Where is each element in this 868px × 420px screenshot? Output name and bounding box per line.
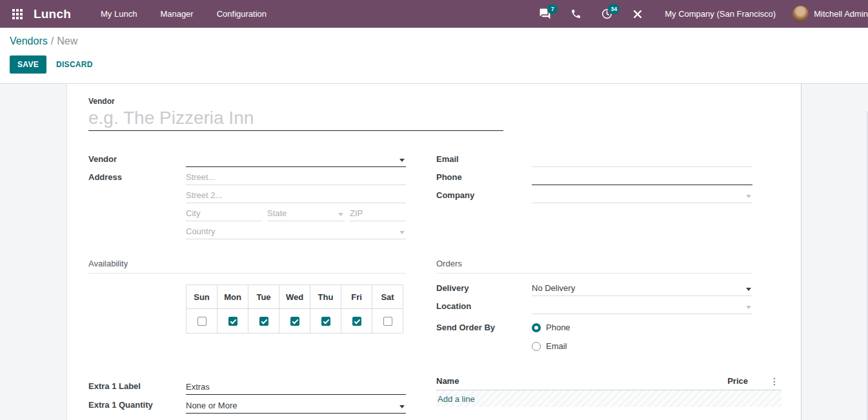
add-a-line-link[interactable]: Add a line: [436, 390, 782, 407]
app-title[interactable]: Lunch: [34, 7, 71, 21]
systray: 7 34 My Company (San Francisco) Mitchell…: [529, 0, 868, 28]
vendor-field-label: Vendor: [88, 154, 186, 167]
chevron-down-icon: [746, 288, 751, 291]
vendor-title-label: Vendor: [88, 97, 503, 106]
day-header-wed: Wed: [279, 285, 310, 309]
country-select[interactable]: Country: [186, 225, 406, 239]
wed-checkbox[interactable]: [290, 317, 299, 326]
location-field-label: Location: [436, 301, 532, 314]
products-list: Name Price ⋮ Add a line: [436, 376, 782, 407]
company-switcher[interactable]: My Company (San Francisco): [665, 9, 776, 19]
zip-input[interactable]: [350, 207, 406, 221]
chevron-down-icon: [746, 306, 751, 309]
phone-radio[interactable]: [532, 323, 541, 332]
email-input[interactable]: [532, 153, 752, 167]
day-header-fri: Fri: [341, 285, 372, 309]
messages-button[interactable]: 7: [538, 8, 551, 21]
chevron-down-icon: [399, 159, 405, 162]
chevron-down-icon: [746, 195, 751, 198]
email-radio[interactable]: [532, 342, 541, 351]
email-radio-label[interactable]: Email: [546, 341, 567, 351]
products-list-header: Name Price ⋮: [436, 376, 782, 390]
availability-section-title: Availability: [88, 259, 406, 274]
phone-radio-label[interactable]: Phone: [546, 323, 570, 332]
tue-checkbox[interactable]: [259, 317, 268, 326]
activities-button[interactable]: 34: [600, 8, 613, 21]
chevron-down-icon: [338, 213, 343, 216]
extra1-label-input[interactable]: [186, 381, 406, 395]
menu-my-lunch[interactable]: My Lunch: [89, 0, 148, 28]
apps-grid-icon: [12, 9, 23, 19]
mon-checkbox[interactable]: [228, 317, 237, 326]
delivery-field-label: Delivery: [436, 283, 532, 296]
extra1-label-field-label: Extra 1 Label: [88, 381, 186, 395]
menu-manager[interactable]: Manager: [148, 0, 205, 28]
price-column-header: Price: [727, 376, 748, 386]
availability-table: Sun Mon Tue Wed Thu Fri Sat: [186, 285, 403, 334]
phone-field-label: Phone: [436, 172, 532, 185]
availability-header-row: Sun Mon Tue Wed Thu Fri Sat: [187, 285, 403, 309]
breadcrumb: Vendors/New: [10, 35, 868, 47]
user-menu[interactable]: Mitchell Admin: [792, 0, 868, 28]
tools-icon: [632, 8, 643, 20]
orders-section-title: Orders: [436, 259, 752, 274]
main-menu: My Lunch Manager Configuration: [89, 0, 278, 28]
vendor-name-input[interactable]: [88, 107, 503, 131]
address-field-label: Address: [88, 172, 186, 185]
street2-input[interactable]: [186, 189, 406, 203]
city-input[interactable]: [186, 207, 262, 221]
user-name: Mitchell Admin: [814, 9, 868, 19]
company-field-label: Company: [436, 190, 532, 203]
send-order-by-label: Send Order By: [436, 323, 532, 332]
company-select[interactable]: [532, 189, 752, 203]
optional-columns-icon[interactable]: ⋮: [770, 378, 779, 385]
form-sheet: Vendor Vendor Address: [66, 84, 802, 420]
user-avatar: [792, 6, 809, 22]
location-select[interactable]: [532, 300, 752, 314]
day-header-tue: Tue: [248, 285, 279, 309]
apps-menu-button[interactable]: [6, 0, 28, 28]
extra1-quantity-field-label: Extra 1 Quantity: [88, 400, 186, 414]
thu-checkbox[interactable]: [321, 317, 330, 326]
chevron-down-icon: [399, 231, 405, 234]
chevron-down-icon: [399, 405, 405, 408]
day-header-thu: Thu: [310, 285, 341, 309]
debug-tools-button[interactable]: [631, 8, 644, 21]
extra1-quantity-select[interactable]: None or More: [186, 399, 406, 414]
form-view: Vendor Vendor Address: [0, 84, 868, 420]
save-button[interactable]: SAVE: [10, 55, 46, 74]
phone-input[interactable]: [532, 171, 752, 185]
breadcrumb-separator: /: [51, 35, 54, 46]
discard-button[interactable]: DISCARD: [56, 60, 93, 69]
fri-checkbox[interactable]: [352, 317, 361, 326]
top-navbar: Lunch My Lunch Manager Configuration 7 3…: [0, 0, 868, 28]
messages-badge: 7: [547, 4, 558, 14]
delivery-select[interactable]: No Delivery: [532, 282, 752, 296]
phone-icon: [570, 8, 581, 19]
breadcrumb-vendors-link[interactable]: Vendors: [10, 35, 48, 46]
availability-checkbox-row: [187, 309, 403, 334]
day-header-mon: Mon: [217, 285, 248, 309]
menu-configuration[interactable]: Configuration: [205, 0, 278, 28]
voip-button[interactable]: [569, 8, 582, 21]
control-panel: Vendors/New SAVE DISCARD: [0, 28, 868, 84]
street-input[interactable]: [186, 171, 406, 185]
sat-checkbox[interactable]: [383, 317, 392, 326]
activities-badge: 34: [608, 4, 620, 14]
email-field-label: Email: [436, 154, 532, 167]
day-header-sat: Sat: [372, 285, 403, 309]
vendor-select[interactable]: [186, 153, 406, 167]
day-header-sun: Sun: [187, 285, 217, 309]
name-column-header: Name: [436, 376, 727, 386]
state-select[interactable]: State: [267, 207, 345, 221]
sun-checkbox[interactable]: [197, 317, 207, 326]
breadcrumb-current: New: [57, 35, 77, 46]
